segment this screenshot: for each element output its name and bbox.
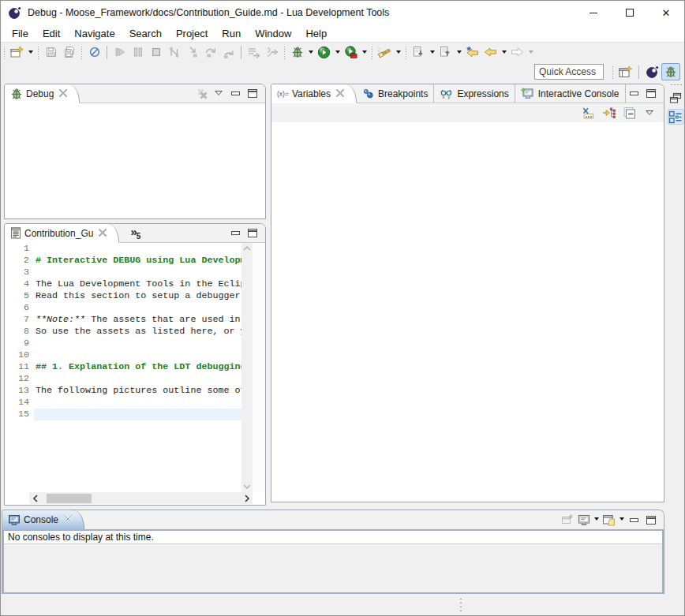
code-line[interactable]: 14: [5, 397, 265, 409]
scroll-right-arrow-icon[interactable]: [241, 492, 253, 504]
window-minimize-button[interactable]: [575, 1, 612, 24]
display-console-dropdown[interactable]: [592, 510, 601, 528]
menu-help[interactable]: Help: [298, 26, 334, 41]
run-button[interactable]: [315, 43, 333, 61]
code-line[interactable]: 7**Note:** The assets that are used in t: [5, 314, 265, 326]
editor-vertical-scrollbar[interactable]: [241, 243, 253, 492]
next-annotation-dropdown[interactable]: [428, 43, 436, 61]
editor-maximize-button[interactable]: [244, 224, 260, 242]
tab-console[interactable]: Console: [2, 510, 84, 530]
restore-view-stack-button[interactable]: [668, 90, 683, 106]
show-logical-structure-button[interactable]: [600, 104, 618, 121]
previous-annotation-dropdown[interactable]: [455, 43, 463, 61]
tab-debug-view[interactable]: Debug: [5, 84, 80, 103]
debug-dropdown[interactable]: [306, 43, 315, 61]
variables-maximize-button[interactable]: [642, 84, 659, 103]
editor-tab-overflow-chevron[interactable]: » 5: [130, 224, 140, 242]
resume-button[interactable]: [110, 43, 129, 61]
tab-close-icon[interactable]: [98, 228, 107, 239]
tab-close-icon[interactable]: [335, 88, 345, 99]
tab-editor-contribution-guide[interactable]: Contribution_Gu: [5, 224, 119, 243]
save-button[interactable]: [42, 43, 60, 61]
debug-view-menu-button[interactable]: [211, 84, 227, 103]
last-edit-location-button[interactable]: [463, 43, 481, 61]
menu-window[interactable]: Window: [248, 26, 298, 41]
console-minimize-button[interactable]: [626, 510, 642, 529]
external-tools-dropdown[interactable]: [360, 43, 369, 61]
code-line[interactable]: 11## 1. Explanation of the LDT debugging: [5, 361, 265, 373]
menu-navigate[interactable]: Navigate: [67, 26, 122, 41]
run-dropdown[interactable]: [333, 43, 342, 61]
horizontal-scroll-track[interactable]: [41, 492, 241, 504]
tab-interactive-console[interactable]: Interactive Console: [515, 84, 626, 103]
step-into-button[interactable]: [183, 43, 201, 61]
code-line[interactable]: 15: [5, 409, 265, 420]
new-dropdown[interactable]: [26, 43, 35, 61]
tab-expressions[interactable]: xy Expressions: [434, 84, 515, 103]
code-line[interactable]: 2# Interactive DEBUG using Lua Developme: [5, 255, 265, 267]
code-line[interactable]: 12: [5, 373, 265, 385]
code-line[interactable]: 13The following pictures outline some of: [5, 385, 265, 397]
code-line[interactable]: 10: [5, 349, 265, 361]
step-over-button[interactable]: [201, 43, 219, 61]
use-step-filters-button[interactable]: [245, 43, 263, 61]
external-tools-button[interactable]: [342, 43, 360, 61]
tab-close-icon[interactable]: [58, 88, 68, 99]
horizontal-scroll-thumb[interactable]: [47, 494, 92, 503]
variables-minimize-button[interactable]: [626, 84, 642, 103]
pin-console-button[interactable]: [559, 510, 575, 529]
back-button[interactable]: [481, 43, 500, 61]
disconnect-button[interactable]: [165, 43, 183, 61]
menu-search[interactable]: Search: [122, 26, 169, 41]
code-line[interactable]: 9: [5, 338, 265, 349]
menu-file[interactable]: File: [5, 26, 36, 41]
menu-project[interactable]: Project: [169, 26, 215, 41]
perspective-debug-button[interactable]: [661, 63, 680, 80]
collapse-all-button[interactable]: [620, 104, 638, 121]
code-line[interactable]: 1: [5, 243, 265, 255]
back-dropdown[interactable]: [500, 43, 508, 61]
statusbar-drag-handle[interactable]: [459, 597, 462, 613]
show-type-names-button[interactable]: [579, 104, 597, 121]
debug-button[interactable]: [288, 43, 306, 61]
scroll-left-arrow-icon[interactable]: [29, 492, 41, 504]
skip-all-breakpoints-button[interactable]: [85, 43, 103, 61]
suspend-button[interactable]: [129, 43, 147, 61]
window-maximize-button[interactable]: [612, 1, 648, 24]
forward-button[interactable]: [508, 43, 526, 61]
next-annotation-button[interactable]: [410, 43, 428, 61]
console-maximize-button[interactable]: [642, 510, 659, 529]
previous-annotation-button[interactable]: [436, 43, 455, 61]
variables-content[interactable]: [271, 122, 664, 502]
search-button[interactable]: [376, 43, 394, 61]
menu-edit[interactable]: Edit: [36, 26, 67, 41]
open-console-dropdown[interactable]: [617, 510, 626, 528]
variables-view-menu-button[interactable]: [641, 104, 659, 121]
display-selected-console-button[interactable]: [575, 510, 592, 529]
tab-breakpoints[interactable]: Breakpoints: [357, 84, 434, 103]
tab-close-icon[interactable]: [63, 514, 73, 525]
new-button[interactable]: [8, 43, 26, 61]
debug-view-minimize-button[interactable]: [227, 84, 244, 103]
step-filters-button[interactable]: [263, 43, 281, 61]
step-return-button[interactable]: [219, 43, 238, 61]
perspective-lua-button[interactable]: [642, 63, 661, 80]
window-close-button[interactable]: ✕: [648, 1, 684, 24]
terminate-button[interactable]: [147, 43, 165, 61]
scroll-down-arrow-icon[interactable]: [241, 481, 253, 492]
forward-dropdown[interactable]: [526, 43, 535, 61]
menu-run[interactable]: Run: [215, 26, 248, 41]
code-line[interactable]: 3: [5, 267, 265, 278]
tab-variables[interactable]: (x)= Variables: [271, 84, 357, 103]
save-all-button[interactable]: [60, 43, 78, 61]
code-line[interactable]: 8So use the assets as listed here, or yo: [5, 326, 265, 338]
open-console-button[interactable]: [601, 510, 617, 529]
search-dropdown[interactable]: [394, 43, 402, 61]
code-line[interactable]: 5Read this section to setup a debugger f: [5, 290, 265, 302]
quick-access-input[interactable]: [534, 64, 604, 80]
editor-content[interactable]: 12# Interactive DEBUG using Lua Developm…: [5, 243, 265, 505]
scroll-up-arrow-icon[interactable]: [241, 243, 253, 254]
remove-all-terminated-button[interactable]: [194, 84, 211, 103]
editor-minimize-button[interactable]: [227, 224, 244, 242]
code-line[interactable]: 4The Lua Development Tools in the Eclips: [5, 278, 265, 290]
